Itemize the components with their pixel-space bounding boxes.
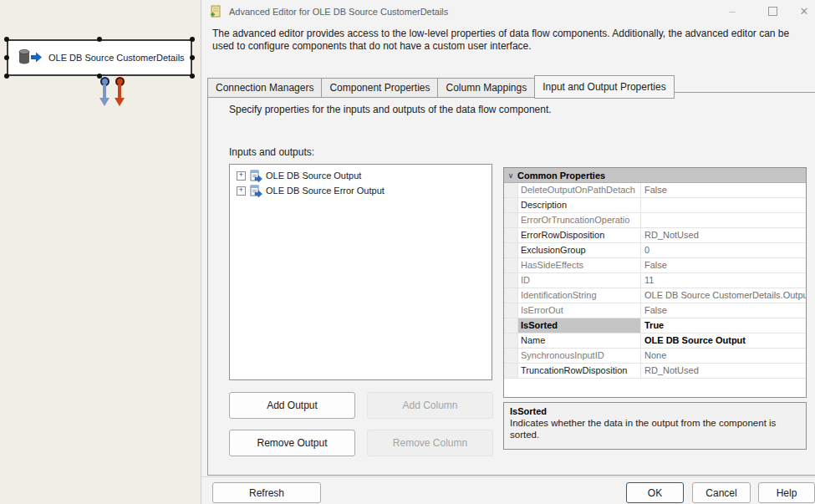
add-output-button[interactable]: Add Output	[229, 392, 355, 419]
tree-item-label: OLE DB Source Error Output	[266, 186, 385, 196]
property-row[interactable]: SynchronousInputIDNone	[504, 349, 806, 364]
property-name-cell[interactable]: ErrorRowDisposition	[518, 228, 641, 242]
property-value-cell[interactable]: None	[641, 349, 806, 363]
property-row[interactable]: IsSortedTrue	[504, 318, 806, 333]
row-gutter	[504, 303, 518, 318]
property-row[interactable]: ErrorOrTruncationOperatio	[504, 213, 806, 228]
output-path-arrow[interactable]	[99, 77, 110, 112]
selection-handle[interactable]	[4, 74, 9, 79]
instruction-text: Specify properties for the inputs and ou…	[229, 104, 552, 115]
row-gutter	[504, 183, 518, 197]
property-name-cell[interactable]: ErrorOrTruncationOperatio	[518, 213, 641, 227]
property-name-cell[interactable]: Name	[518, 333, 641, 348]
property-value-cell[interactable]: RD_NotUsed	[641, 364, 806, 378]
property-value-cell[interactable]: False	[641, 258, 806, 272]
property-row[interactable]: IsErrorOutFalse	[504, 303, 806, 318]
add-column-button: Add Column	[367, 392, 493, 419]
property-value-cell[interactable]: OLE DB Source CustomerDetails.Outputs[O	[641, 288, 806, 303]
inputs-outputs-label: Inputs and outputs:	[229, 146, 314, 158]
property-value-cell[interactable]	[641, 213, 806, 227]
property-value-cell[interactable]: OLE DB Source Output	[641, 333, 806, 348]
property-value-cell[interactable]	[641, 198, 806, 212]
property-row[interactable]: ExclusionGroup0	[504, 243, 806, 258]
property-value-cell[interactable]: False	[641, 183, 806, 197]
row-gutter	[504, 349, 518, 363]
tab-panel: Specify properties for the inputs and ou…	[207, 92, 815, 476]
error-output-path-arrow[interactable]	[114, 77, 125, 112]
ok-button[interactable]: OK	[626, 482, 684, 503]
property-help-panel: IsSorted Indicates whether the data in t…	[503, 402, 807, 450]
collapse-icon[interactable]: ∨	[504, 171, 517, 180]
row-gutter	[504, 243, 518, 257]
row-gutter	[504, 364, 518, 378]
remove-column-button: Remove Column	[367, 430, 493, 456]
remove-output-button[interactable]: Remove Output	[229, 430, 355, 456]
help-title: IsSorted	[510, 406, 800, 416]
row-gutter	[504, 273, 518, 288]
database-source-icon	[17, 48, 42, 67]
property-row[interactable]: ID11	[504, 273, 806, 288]
property-row[interactable]: DeleteOutputOnPathDetachFalse	[504, 183, 806, 198]
property-value-cell[interactable]: True	[641, 318, 806, 333]
tab-input-and-output-properties[interactable]: Input and Output Properties	[534, 75, 674, 99]
expand-icon[interactable]: +	[237, 186, 246, 196]
tab-component-properties[interactable]: Component Properties	[321, 78, 437, 98]
property-row[interactable]: NameOLE DB Source Output	[504, 333, 806, 349]
dialog-description: The advanced editor provides access to t…	[212, 28, 809, 53]
property-name-cell[interactable]: ID	[518, 273, 641, 288]
maximize-button[interactable]	[760, 0, 785, 22]
row-gutter	[504, 318, 518, 333]
property-name-cell[interactable]: HasSideEffects	[518, 258, 641, 272]
property-row[interactable]: TruncationRowDispositionRD_NotUsed	[504, 364, 806, 379]
titlebar[interactable]: Advanced Editor for OLE DB Source Custom…	[201, 0, 815, 23]
close-button[interactable]: ✕	[792, 0, 815, 22]
tab-connection-managers[interactable]: Connection Managers	[207, 78, 321, 98]
inputs-outputs-tree[interactable]: +OLE DB Source Output+OLE DB Source Erro…	[229, 164, 492, 380]
selection-handle[interactable]	[190, 55, 195, 60]
property-name-cell[interactable]: Description	[518, 198, 641, 212]
tab-column-mappings[interactable]: Column Mappings	[437, 78, 534, 98]
property-value-cell[interactable]: False	[641, 303, 806, 318]
selection-handle[interactable]	[190, 37, 195, 42]
task-label: OLE DB Source CustomerDetails	[48, 53, 185, 63]
property-row[interactable]: IdentificationStringOLE DB Source Custom…	[504, 288, 806, 303]
property-name-cell[interactable]: IsSorted	[518, 318, 641, 333]
property-name-cell[interactable]: DeleteOutputOnPathDetach	[518, 183, 641, 197]
property-value-cell[interactable]: 11	[641, 273, 806, 288]
maximize-icon	[768, 7, 777, 16]
output-icon	[250, 185, 262, 197]
selection-handle[interactable]	[190, 74, 195, 79]
property-name-cell[interactable]: TruncationRowDisposition	[518, 364, 641, 378]
property-row[interactable]: HasSideEffectsFalse	[504, 258, 806, 273]
minimize-button[interactable]: –	[720, 0, 745, 22]
property-name-cell[interactable]: IdentificationString	[518, 288, 641, 303]
selection-handle[interactable]	[4, 37, 9, 42]
output-icon	[250, 170, 262, 182]
property-rows: DeleteOutputOnPathDetachFalseDescription…	[504, 183, 806, 379]
property-value-cell[interactable]: RD_NotUsed	[641, 228, 806, 242]
screen: OLE DB Source CustomerDetails Advanced E…	[0, 0, 815, 504]
property-grid[interactable]: ∨ Common Properties DeleteOutputOnPathDe…	[503, 167, 807, 398]
designer-canvas[interactable]: OLE DB Source CustomerDetails	[0, 0, 201, 504]
selection-handle[interactable]	[4, 55, 9, 60]
property-row[interactable]: Description	[504, 198, 806, 213]
tree-item[interactable]: +OLE DB Source Error Output	[230, 183, 492, 198]
property-row[interactable]: ErrorRowDispositionRD_NotUsed	[504, 228, 806, 243]
category-row[interactable]: ∨ Common Properties	[504, 168, 806, 183]
help-button[interactable]: Help	[758, 482, 815, 503]
refresh-button[interactable]: Refresh	[212, 482, 321, 503]
property-name-cell[interactable]: ExclusionGroup	[518, 243, 641, 257]
task-box[interactable]: OLE DB Source CustomerDetails	[7, 39, 192, 76]
row-gutter	[504, 288, 518, 303]
row-gutter	[504, 333, 518, 348]
property-name-cell[interactable]: SynchronousInputID	[518, 349, 641, 363]
property-value-cell[interactable]: 0	[641, 243, 806, 257]
category-label: Common Properties	[517, 171, 605, 181]
property-name-cell[interactable]: IsErrorOut	[518, 303, 641, 318]
row-gutter	[504, 213, 518, 227]
output-arrow-head	[99, 98, 110, 106]
expand-icon[interactable]: +	[237, 171, 246, 181]
tree-item[interactable]: +OLE DB Source Output	[230, 168, 492, 183]
selection-handle[interactable]	[97, 37, 102, 42]
cancel-button[interactable]: Cancel	[692, 482, 751, 503]
